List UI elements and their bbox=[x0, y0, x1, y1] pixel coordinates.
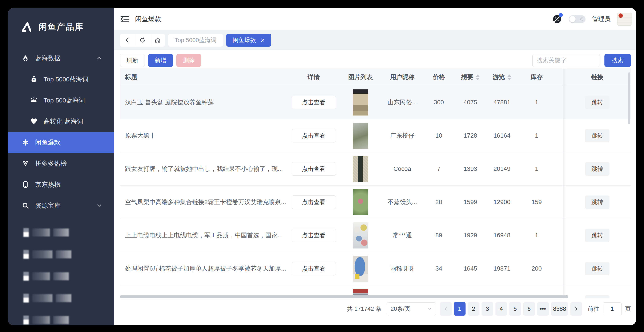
jump-link-button[interactable]: 跳转 bbox=[585, 229, 610, 242]
table-row[interactable]: 跟女友打牌，输了就被她中出し，我结果不小心输了，现... 点击查看 Cocoa … bbox=[120, 152, 631, 186]
sort-carets-icon[interactable] bbox=[476, 74, 480, 80]
page-button-4[interactable]: 4 bbox=[496, 302, 507, 316]
table-row[interactable]: 原票大黑十 点击查看 广东橙仔 10 1728 16164 1 跳转 bbox=[120, 119, 631, 152]
sidebar-item-jd[interactable]: 京东热榜 bbox=[8, 174, 114, 195]
page-unit-label: 页 bbox=[625, 305, 631, 313]
more-pages-button[interactable]: ••• bbox=[537, 302, 549, 316]
price-value: 89 bbox=[423, 219, 454, 252]
product-thumbnail[interactable] bbox=[353, 156, 368, 182]
masked-icon bbox=[23, 250, 29, 259]
masked-menu-item[interactable] bbox=[23, 314, 114, 325]
sidebar-collapse-icon[interactable] bbox=[120, 15, 129, 23]
seller-nickname: Cocoa bbox=[382, 152, 423, 185]
page-size-select[interactable]: 20条/页 bbox=[386, 302, 436, 316]
view-detail-button[interactable]: 点击查看 bbox=[292, 229, 336, 242]
sidebar-item-high-conversion[interactable]: 高转化 蓝海词 bbox=[8, 111, 114, 132]
masked-label bbox=[53, 272, 69, 280]
logo-triangle-icon bbox=[20, 22, 34, 32]
masked-menu-item[interactable] bbox=[23, 293, 114, 304]
page-button-1[interactable]: 1 bbox=[454, 302, 466, 316]
table-row[interactable]: 上上电缆电线上上电线电缆，军工品质，中国首选，国家... 点击查看 常***通 … bbox=[120, 219, 631, 252]
masked-menu-item[interactable] bbox=[23, 249, 114, 260]
column-header-nickname: 用户昵称 bbox=[382, 69, 423, 86]
top-header: 闲鱼爆款 管理员 bbox=[114, 8, 636, 30]
column-header-images: 图片列表 bbox=[340, 69, 382, 86]
goto-page-input[interactable] bbox=[603, 302, 622, 316]
view-detail-button[interactable]: 点击查看 bbox=[292, 129, 336, 142]
table-row[interactable]: 空气凤梨中高端多种集合链接2霸王卡橙卷万汉艾瑞克喷泉... 点击查看 不蒸馒头.… bbox=[120, 186, 631, 219]
total-count-label: 共 171742 条 bbox=[347, 305, 382, 313]
sidebar-item-xianyu-hot[interactable]: 闲鱼爆款 bbox=[8, 132, 114, 153]
prev-page-button[interactable] bbox=[440, 302, 452, 316]
masked-menu-item[interactable] bbox=[23, 227, 114, 238]
sidebar-item-top500[interactable]: Top 500蓝海词 bbox=[8, 90, 114, 111]
sidebar-item-resources[interactable]: 资源宝库 bbox=[8, 195, 114, 216]
vertical-scrollbar[interactable] bbox=[628, 72, 630, 124]
view-detail-button[interactable]: 点击查看 bbox=[292, 262, 336, 276]
next-page-button[interactable] bbox=[570, 302, 582, 316]
sort-carets-icon[interactable] bbox=[508, 74, 511, 80]
jump-link-button[interactable]: 跳转 bbox=[585, 262, 610, 276]
refresh-button[interactable]: 刷新 bbox=[120, 54, 145, 67]
view-detail-button[interactable]: 点击查看 bbox=[292, 96, 336, 109]
page-button-last[interactable]: 8588 bbox=[551, 302, 568, 316]
sidebar-item-top5000[interactable]: ¥ Top 5000蓝海词 bbox=[8, 69, 114, 90]
close-icon[interactable] bbox=[260, 38, 265, 42]
table-row[interactable]: 处理闲置6斤棉花被子加厚单人超厚被子冬季被芯冬天加厚... 点击查看 雨稀呀呀 … bbox=[120, 252, 631, 285]
user-avatar[interactable] bbox=[617, 12, 632, 26]
goto-page-group: 前往 页 bbox=[588, 302, 631, 316]
notification-icon[interactable] bbox=[552, 14, 562, 24]
want-count: 1929 bbox=[454, 219, 486, 252]
jump-link-button[interactable]: 跳转 bbox=[585, 129, 610, 142]
view-count: 20149 bbox=[486, 152, 518, 185]
masked-icon bbox=[23, 316, 29, 324]
toolbar: 刷新 新增 删除 搜索 bbox=[120, 54, 631, 67]
money-bag-icon: ¥ bbox=[30, 76, 38, 83]
horizontal-scrollbar[interactable] bbox=[120, 295, 568, 298]
stock-value: 1 bbox=[518, 86, 556, 119]
product-thumbnail[interactable] bbox=[353, 123, 368, 149]
view-count: 19871 bbox=[486, 252, 518, 285]
product-thumbnail[interactable] bbox=[353, 189, 368, 215]
product-thumbnail[interactable] bbox=[353, 256, 368, 282]
price-value: 300 bbox=[423, 86, 454, 119]
seller-nickname: 不蒸馒头... bbox=[382, 186, 423, 218]
page-button-6[interactable]: 6 bbox=[523, 302, 535, 316]
chevron-up-icon bbox=[96, 56, 102, 61]
jump-link-button[interactable]: 跳转 bbox=[585, 162, 610, 176]
page-button-5[interactable]: 5 bbox=[509, 302, 521, 316]
price-value: 7 bbox=[423, 152, 454, 185]
product-thumbnail[interactable] bbox=[353, 222, 368, 248]
page-button-2[interactable]: 2 bbox=[468, 302, 480, 316]
search-button[interactable]: 搜索 bbox=[604, 54, 631, 67]
masked-menu-item[interactable] bbox=[23, 271, 114, 282]
select-chevron-icon bbox=[428, 306, 432, 311]
pager: 1 2 3 4 5 6 ••• 8588 bbox=[440, 302, 582, 316]
stock-value: 1 bbox=[518, 152, 556, 185]
sidebar-nav: 蓝海数据 ¥ Top 5000蓝海词 Top 500蓝海词 高转化 蓝海词 闲鱼… bbox=[8, 48, 114, 325]
tab-xianyu-hot[interactable]: 闲鱼爆款 bbox=[226, 34, 271, 47]
sidebar-item-blue-ocean-data[interactable]: 蓝海数据 bbox=[8, 48, 114, 69]
page-button-3[interactable]: 3 bbox=[482, 302, 493, 316]
view-detail-button[interactable]: 点击查看 bbox=[292, 196, 336, 209]
theme-toggle[interactable] bbox=[569, 15, 586, 23]
add-button[interactable]: 新增 bbox=[148, 54, 173, 67]
sidebar-item-pinduoduo[interactable]: 拼多多热榜 bbox=[8, 153, 114, 174]
row-spacer bbox=[556, 152, 564, 185]
search-input[interactable] bbox=[532, 54, 600, 67]
jump-link-button[interactable]: 跳转 bbox=[585, 196, 610, 209]
header-actions: 管理员 bbox=[552, 12, 632, 26]
row-spacer bbox=[556, 119, 564, 152]
view-detail-button[interactable]: 点击查看 bbox=[292, 162, 336, 176]
delete-button[interactable]: 删除 bbox=[176, 54, 201, 67]
table-row[interactable]: 汉白玉 兽头盆 庭院摆放养鱼种莲 点击查看 山东民俗... 300 4075 4… bbox=[120, 86, 631, 119]
refresh-nav-button[interactable] bbox=[135, 34, 150, 47]
home-button[interactable] bbox=[150, 34, 165, 47]
price-value: 20 bbox=[423, 186, 454, 218]
jump-link-button[interactable]: 跳转 bbox=[585, 96, 610, 109]
tab-top5000[interactable]: Top 5000蓝海词 bbox=[168, 34, 223, 47]
product-thumbnail[interactable] bbox=[353, 90, 368, 116]
jump-link-button[interactable]: 跳转 bbox=[585, 295, 610, 298]
table-header: 标题 详情 图片列表 用户昵称 价格 想要 游览 库存 链接 bbox=[120, 68, 631, 86]
back-button[interactable] bbox=[120, 34, 135, 47]
